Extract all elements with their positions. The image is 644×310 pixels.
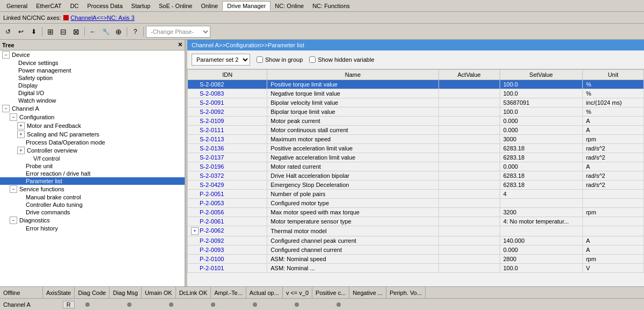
table-row[interactable]: S-2-0111 Motor continuous stall current … xyxy=(188,126,644,135)
tree-item[interactable]: −Channel A xyxy=(0,104,185,113)
cell-set[interactable]: 3200 xyxy=(500,208,582,217)
tree-expander-icon[interactable]: − xyxy=(2,105,10,112)
menu-process-data[interactable]: Process Data xyxy=(83,2,127,10)
toolbar-grid2-btn[interactable]: ⊟ xyxy=(57,26,69,38)
tree-expander-icon[interactable]: + xyxy=(17,131,25,138)
tree-item[interactable]: +Controller overview xyxy=(0,146,185,155)
cell-set[interactable]: 0.000 xyxy=(500,162,582,171)
show-group-label[interactable]: Show in group xyxy=(257,56,303,63)
show-hidden-checkbox[interactable] xyxy=(309,56,316,63)
show-group-checkbox[interactable] xyxy=(257,56,263,63)
tree-expander-icon[interactable]: + xyxy=(17,122,25,129)
tree-expander-icon[interactable]: − xyxy=(10,113,17,121)
menu-dc[interactable]: DC xyxy=(66,2,83,10)
cell-set[interactable]: 53687091 xyxy=(500,98,582,107)
cell-set[interactable]: 0.000 xyxy=(500,126,582,135)
toolbar-grid3-btn[interactable]: ⊠ xyxy=(70,26,82,38)
table-row[interactable]: P-2-0100 ASM: Nominal speed 2800 rpm xyxy=(188,255,644,264)
tree-item[interactable]: Probe unit xyxy=(0,162,185,170)
menu-online[interactable]: Online xyxy=(196,2,222,10)
tree-item[interactable]: Process Data/Operation mode xyxy=(0,139,185,146)
tree-expander-icon[interactable]: − xyxy=(10,185,17,193)
tree-item[interactable]: Parameter list xyxy=(0,177,185,185)
tree-close-btn[interactable]: ✕ xyxy=(178,41,182,48)
table-row[interactable]: S-2-0083 Negative torque limit value 100… xyxy=(188,89,644,98)
cell-set[interactable]: 0.000 xyxy=(500,246,582,255)
tree-expander-icon[interactable]: − xyxy=(10,217,17,224)
table-row[interactable]: S-2-0082 Positive torque limit value 100… xyxy=(188,80,644,89)
menu-nc-functions[interactable]: NC: Functions xyxy=(308,2,354,10)
cell-set[interactable]: 6283.18 xyxy=(500,181,582,190)
table-row[interactable]: S-2-0372 Drive Halt acceleration bipolar… xyxy=(188,171,644,181)
row-expander[interactable]: + xyxy=(191,227,199,235)
cell-set[interactable]: 100.0 xyxy=(500,89,582,98)
tree-item[interactable]: Power management xyxy=(0,67,185,74)
cell-set[interactable]: 140.000 xyxy=(500,236,582,246)
menu-soe-online[interactable]: SoE - Online xyxy=(155,2,196,10)
table-row[interactable]: S-2-0429 Emergency Stop Deceleration 628… xyxy=(188,181,644,190)
cell-set[interactable]: 3000 xyxy=(500,135,582,144)
cell-set[interactable]: 4 xyxy=(500,190,582,199)
tree-item[interactable]: Watch window xyxy=(0,97,185,104)
table-row[interactable]: P-2-0053 Configured motor type xyxy=(188,199,644,208)
linked-axis-link[interactable]: ChannelA<=>NC: Axis 3 xyxy=(71,15,135,21)
table-row[interactable]: P-2-0092 Configured channel peak current… xyxy=(188,236,644,246)
tree-item[interactable]: +Motor and Feedback xyxy=(0,121,185,130)
toolbar-undo-btn[interactable]: ↩ xyxy=(15,26,27,38)
tree-item[interactable]: Digital I/O xyxy=(0,89,185,97)
cell-set[interactable]: 2800 xyxy=(500,255,582,264)
menu-nc-online[interactable]: NC: Online xyxy=(270,2,308,10)
cell-set[interactable] xyxy=(500,199,582,208)
tree-item[interactable]: Error reaction / drive halt xyxy=(0,170,185,177)
table-row[interactable]: S-2-0091 Bipolar velocity limit value 53… xyxy=(188,98,644,107)
tree-item[interactable]: V/f control xyxy=(0,155,185,162)
table-row[interactable]: S-2-0196 Motor rated current 0.000 A xyxy=(188,162,644,171)
cell-set[interactable] xyxy=(500,226,582,236)
cell-set[interactable]: 100.0 xyxy=(500,107,582,117)
tree-item[interactable]: Device settings xyxy=(0,59,185,67)
tree-item[interactable]: −Configuration xyxy=(0,113,185,121)
toolbar-arrow-btn[interactable]: ← xyxy=(87,26,99,38)
tree-item[interactable]: −Diagnostics xyxy=(0,216,185,225)
table-row[interactable]: P-2-0051 Number of pole pairs 4 xyxy=(188,190,644,199)
cell-set[interactable]: 6283.18 xyxy=(500,144,582,153)
toolbar-wrench-btn[interactable]: 🔧 xyxy=(100,26,112,38)
table-row[interactable]: P-2-0093 Configured channel current 0.00… xyxy=(188,246,644,255)
table-row[interactable]: S-2-0109 Motor peak current 0.000 A xyxy=(188,117,644,126)
parameter-set-dropdown[interactable]: Parameter set 2 xyxy=(192,54,250,66)
table-row[interactable]: +P-2-0062 Thermal motor model xyxy=(188,226,644,236)
cell-set[interactable]: 0.000 xyxy=(500,117,582,126)
toolbar-download-btn[interactable]: ⬇ xyxy=(28,26,40,38)
menu-startup[interactable]: Startup xyxy=(127,2,155,10)
tree-item[interactable]: Safety option xyxy=(0,74,185,82)
table-row[interactable]: P-2-0101 ASM: Nominal ... 100.0 V xyxy=(188,264,644,273)
table-row[interactable]: S-2-0137 Negative acceleration limit val… xyxy=(188,153,644,162)
change-phase-dropdown[interactable]: -Change Phase- xyxy=(146,26,210,38)
table-row[interactable]: P-2-0056 Max motor speed with max torque… xyxy=(188,208,644,217)
tree-item[interactable]: −Device xyxy=(0,51,185,59)
tree-item[interactable]: Display xyxy=(0,82,185,89)
tree-expander-icon[interactable]: − xyxy=(2,51,10,59)
tree-item[interactable]: Error history xyxy=(0,225,185,232)
toolbar-scan-btn[interactable]: ⊕ xyxy=(113,26,125,38)
tree-item[interactable]: Manual brake control xyxy=(0,193,185,201)
menu-ethercat[interactable]: EtherCAT xyxy=(32,2,65,10)
cell-set[interactable]: 4: No motor temperatur... xyxy=(500,217,582,226)
show-hidden-label[interactable]: Show hidden variable xyxy=(309,56,374,63)
tree-expander-icon[interactable]: + xyxy=(17,147,25,154)
toolbar-grid1-btn[interactable]: ⊞ xyxy=(45,26,56,38)
cell-set[interactable]: 6283.18 xyxy=(500,153,582,162)
tree-item[interactable]: Drive commands xyxy=(0,208,185,216)
table-row[interactable]: P-2-0061 Motor temperature sensor type 4… xyxy=(188,217,644,226)
table-row[interactable]: S-2-0092 Bipolar torque limit value 100.… xyxy=(188,107,644,117)
tree-item[interactable]: Controller Auto tuning xyxy=(0,201,185,208)
menu-general[interactable]: General xyxy=(2,2,32,10)
table-row[interactable]: S-2-0136 Positive acceleration limit val… xyxy=(188,144,644,153)
cell-set[interactable]: 100.0 xyxy=(500,264,582,273)
toolbar-help-btn[interactable]: ? xyxy=(129,26,141,38)
cell-set[interactable]: 100.0 xyxy=(500,80,582,89)
tree-item[interactable]: +Scaling and NC parameters xyxy=(0,130,185,139)
menu-drive-manager[interactable]: Drive Manager xyxy=(222,1,270,11)
cell-set[interactable]: 6283.18 xyxy=(500,171,582,181)
tree-item[interactable]: −Service functions xyxy=(0,185,185,193)
